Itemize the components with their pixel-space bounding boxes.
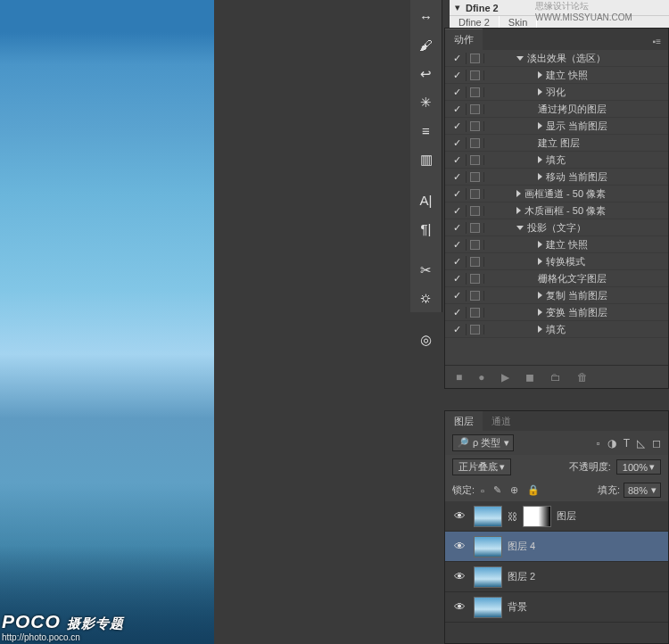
action-row[interactable]: ✓移动 当前图层 [445,169,668,186]
action-row[interactable]: ✓通过拷贝的图层 [445,101,668,118]
action-dialog-toggle[interactable] [467,155,484,165]
link-icon[interactable]: ⛓ [508,511,517,522]
action-toggle-check[interactable]: ✓ [449,273,467,285]
action-dialog-toggle[interactable] [467,223,484,233]
action-dialog-toggle[interactable] [467,189,484,199]
action-dialog-toggle[interactable] [467,87,484,97]
gear-icon[interactable]: ⛭ [418,291,434,307]
chevron-right-icon[interactable] [538,156,542,163]
dfine2-tab-1[interactable]: Dfine 2 [450,16,500,29]
align-icon[interactable]: ≡ [418,123,434,139]
channels-tab[interactable]: 通道 [483,411,520,431]
layer-row[interactable]: 👁背景 [445,592,668,623]
action-dialog-toggle[interactable] [467,54,484,63]
layer-name[interactable]: 背景 [508,600,663,614]
group-icon[interactable]: ▥ [418,152,434,168]
action-dialog-toggle[interactable] [467,104,484,114]
record-icon[interactable]: ● [478,371,484,384]
action-dialog-toggle[interactable] [467,325,484,334]
chevron-down-icon[interactable] [516,226,524,230]
action-dialog-toggle[interactable] [467,257,484,267]
chevron-right-icon[interactable] [538,122,542,129]
action-row[interactable]: ✓建立 图层 [445,135,668,152]
action-toggle-check[interactable]: ✓ [449,53,467,64]
action-toggle-check[interactable]: ✓ [449,120,467,132]
layer-kind-select[interactable]: 🔎 ρ 类型 ▾ [452,434,514,451]
actions-tab[interactable]: 动作 [445,29,483,50]
layers-tab[interactable]: 图层 [445,411,483,431]
action-toggle-check[interactable]: ✓ [449,188,467,200]
chevron-right-icon[interactable] [538,258,542,265]
layer-name[interactable]: 图层 4 [508,540,663,553]
action-dialog-toggle[interactable] [467,291,484,301]
layer-thumbnail[interactable] [474,506,502,527]
action-toggle-check[interactable]: ✓ [449,171,467,183]
action-row[interactable]: ✓复制 当前图层 [445,287,668,304]
action-toggle-check[interactable]: ✓ [449,222,467,234]
layer-name[interactable]: 图层 2 [508,570,663,583]
play-icon[interactable]: ▶ [501,371,509,384]
pixel-filter-icon[interactable]: ▫ [596,437,599,450]
action-row[interactable]: ✓木质画框 - 50 像素 [445,202,668,219]
action-dialog-toggle[interactable] [467,308,484,318]
visibility-toggle-icon[interactable]: 👁 [450,600,468,614]
action-dialog-toggle[interactable] [467,274,484,284]
chevron-down-icon[interactable] [516,56,524,61]
chevron-right-icon[interactable] [538,71,542,78]
action-dialog-toggle[interactable] [467,121,484,131]
brush-tool-icon[interactable]: 🖌 [418,37,434,54]
adjustment-filter-icon[interactable]: ◑ [607,437,616,450]
chevron-right-icon[interactable] [538,88,542,95]
action-dialog-toggle[interactable] [467,172,484,182]
action-row[interactable]: ✓填充 [445,152,668,169]
mask-thumbnail[interactable] [523,506,551,527]
chevron-right-icon[interactable] [538,326,542,333]
fill-field[interactable]: 88% ▾ [624,483,661,498]
action-row[interactable]: ✓填充 [445,321,668,338]
chevron-down-icon[interactable]: ▾ [455,2,460,13]
action-dialog-toggle[interactable] [467,70,484,80]
history-brush-icon[interactable]: ↩ [418,66,434,82]
action-row[interactable]: ✓淡出效果（选区） [445,50,668,67]
layer-row[interactable]: 👁图层 2 [445,562,668,592]
action-toggle-check[interactable]: ✓ [449,290,467,301]
cc-icon[interactable]: ◎ [418,332,434,348]
action-row[interactable]: ✓栅格化文字图层 [445,270,668,287]
action-toggle-check[interactable]: ✓ [449,70,467,81]
opacity-field[interactable]: 100% ▾ [616,459,661,475]
ship-wheel-icon[interactable]: ✳ [418,95,434,111]
visibility-toggle-icon[interactable]: 👁 [450,540,468,553]
action-toggle-check[interactable]: ✓ [449,205,467,217]
character-panel-icon[interactable]: A| [418,193,434,209]
paragraph-panel-icon[interactable]: ¶| [418,221,434,237]
new-set-icon[interactable]: ◼ [525,371,534,384]
chevron-right-icon[interactable] [538,292,542,299]
action-toggle-check[interactable]: ✓ [449,154,467,166]
lock-all-icon[interactable]: 🔒 [524,484,542,496]
action-toggle-check[interactable]: ✓ [449,256,467,268]
action-row[interactable]: ✓画框通道 - 50 像素 [445,186,668,202]
visibility-toggle-icon[interactable]: 👁 [450,509,468,523]
action-toggle-check[interactable]: ✓ [449,137,467,149]
action-row[interactable]: ✓建立 快照 [445,67,668,84]
lock-position-icon[interactable]: ⊕ [508,484,521,496]
action-row[interactable]: ✓转换模式 [445,253,668,270]
action-row[interactable]: ✓投影（文字） [445,219,668,236]
action-toggle-check[interactable]: ✓ [449,87,467,98]
new-action-icon[interactable]: 🗀 [550,371,561,384]
trash-icon[interactable]: 🗑 [577,371,588,384]
action-dialog-toggle[interactable] [467,138,484,148]
layer-name[interactable]: 图层 [557,509,663,523]
action-row[interactable]: ✓羽化 [445,84,668,101]
action-toggle-check[interactable]: ✓ [449,307,467,318]
shape-filter-icon[interactable]: ◺ [637,437,645,450]
visibility-toggle-icon[interactable]: 👁 [450,570,468,583]
chevron-right-icon[interactable] [538,241,542,248]
action-toggle-check[interactable]: ✓ [449,103,467,115]
action-dialog-toggle[interactable] [467,206,484,216]
actions-panel-menu-icon[interactable]: ▪≡ [646,33,668,50]
chevron-right-icon[interactable] [516,207,521,214]
action-toggle-check[interactable]: ✓ [449,324,467,335]
wrench-icon[interactable]: ✂ [418,262,434,278]
layer-thumbnail[interactable] [474,566,502,588]
